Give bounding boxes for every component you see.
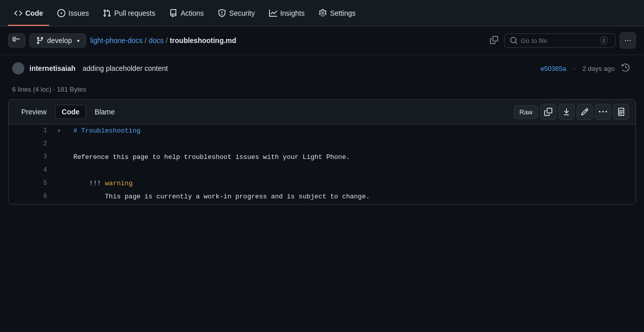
line-num-5[interactable]: 5	[9, 177, 55, 190]
breadcrumb-repo-link[interactable]: light-phone-docs	[90, 36, 143, 45]
file-toolbar: Preview Code Blame Raw Edit this file	[9, 100, 635, 124]
table-row: 2	[9, 138, 635, 151]
actions-icon	[169, 9, 177, 17]
file-meta: 6 lines (4 loc) · 181 Bytes	[0, 81, 644, 99]
copy-path-btn[interactable]	[488, 34, 500, 48]
nav-settings-label: Settings	[330, 9, 356, 17]
nav-security[interactable]: Security	[212, 5, 261, 21]
line-expand-3	[55, 151, 69, 164]
svg-point-0	[16, 64, 20, 68]
security-icon	[218, 9, 226, 17]
nav-pull-requests[interactable]: Pull requests	[97, 5, 161, 21]
line-num-3[interactable]: 3	[9, 151, 55, 164]
line-expand-5	[55, 177, 69, 190]
nav-insights-label: Insights	[280, 9, 305, 17]
line-code-1: # Troubleshooting	[69, 124, 635, 138]
line-code-3: Reference this page to help troubleshoot…	[69, 151, 635, 164]
breadcrumb-bar: develop ▾ light-phone-docs / docs / trou…	[0, 26, 644, 55]
table-row: 1 ▾ # Troubleshooting	[9, 124, 635, 138]
nav-actions[interactable]: Actions	[163, 5, 210, 21]
more-file-actions-btn[interactable]	[595, 104, 611, 120]
pull-request-icon	[103, 9, 111, 17]
line-num-1[interactable]: 1	[9, 124, 55, 138]
tab-preview[interactable]: Preview	[15, 105, 53, 119]
insights-icon	[269, 9, 277, 17]
commit-dot: ·	[574, 64, 576, 72]
code-area: 1 ▾ # Troubleshooting 2 3 Reference this…	[9, 124, 635, 204]
line-expand-2	[55, 138, 69, 151]
nav-pull-requests-label: Pull requests	[114, 9, 155, 17]
commit-hash[interactable]: e50365a	[541, 65, 566, 72]
history-btn[interactable]	[620, 61, 632, 75]
line-code-6: This page is currently a work-in progres…	[69, 190, 635, 203]
breadcrumb-file: troubleshooting.md	[170, 36, 236, 45]
table-row: 3 Reference this page to help troublesho…	[9, 151, 635, 164]
file-size: 181 Bytes	[57, 86, 86, 93]
branch-name: develop	[47, 36, 72, 45]
nav-insights[interactable]: Insights	[263, 5, 311, 21]
nav-security-label: Security	[229, 9, 255, 17]
edit-file-btn[interactable]	[577, 104, 593, 120]
line-expand-6	[55, 190, 69, 203]
sidebar-toggle-btn[interactable]	[8, 33, 25, 48]
tab-blame[interactable]: Blame	[88, 105, 122, 119]
table-row: 4	[9, 164, 635, 177]
nav-settings[interactable]: Settings	[313, 5, 362, 21]
line-code-4	[69, 164, 635, 177]
raw-btn[interactable]: Raw	[514, 105, 538, 119]
search-kbd: t	[600, 36, 608, 45]
line-expand-1[interactable]: ▾	[55, 124, 69, 138]
commit-time: 2 days ago	[582, 65, 615, 72]
table-row: 6 This page is currently a work-in progr…	[9, 190, 635, 203]
file-viewer: Preview Code Blame Raw Edit this file	[8, 99, 636, 204]
line-code-2	[69, 138, 635, 151]
code-table: 1 ▾ # Troubleshooting 2 3 Reference this…	[9, 124, 635, 204]
nav-actions-label: Actions	[180, 9, 204, 17]
line-num-2[interactable]: 2	[9, 138, 55, 151]
line-num-4[interactable]: 4	[9, 164, 55, 177]
toolbar-right: Raw Edit this file	[514, 104, 629, 120]
go-to-file-search[interactable]: t	[504, 33, 616, 48]
nav-code[interactable]: Code	[8, 5, 49, 21]
top-nav: Code Issues Pull requests Actions Securi…	[0, 0, 644, 26]
table-row: 5 !!! warning	[9, 177, 635, 190]
settings-icon	[319, 9, 327, 17]
nav-code-label: Code	[25, 9, 43, 17]
more-options-btn[interactable]: ···	[620, 32, 636, 49]
chevron-down-icon: ▾	[77, 38, 80, 44]
file-info-bar: internetisaiah adding placeholder conten…	[0, 55, 644, 81]
commit-author[interactable]: internetisaiah	[29, 64, 75, 72]
file-lines: 6 lines (4 loc)	[12, 86, 51, 93]
edit-btn-container: Edit this file	[577, 104, 593, 120]
breadcrumb: light-phone-docs / docs / troubleshootin…	[90, 36, 484, 45]
commit-message: adding placeholder content	[83, 64, 168, 72]
search-icon	[510, 36, 518, 45]
line-num-6[interactable]: 6	[9, 190, 55, 203]
nav-issues[interactable]: Issues	[51, 5, 95, 21]
branch-selector[interactable]: develop ▾	[29, 33, 86, 48]
code-icon	[14, 9, 22, 17]
breadcrumb-sep-2: /	[166, 36, 168, 45]
breadcrumb-folder-link[interactable]: docs	[148, 36, 164, 45]
nav-issues-label: Issues	[68, 9, 89, 17]
download-btn[interactable]	[558, 104, 575, 120]
tab-code[interactable]: Code	[55, 105, 86, 119]
issues-icon	[57, 9, 65, 17]
copy-raw-btn[interactable]	[540, 104, 556, 120]
breadcrumb-sep-1: /	[145, 36, 147, 45]
line-expand-4	[55, 164, 69, 177]
go-to-file-input[interactable]	[521, 37, 597, 45]
avatar	[12, 62, 24, 74]
line-code-5: !!! warning	[69, 177, 635, 190]
display-rich-diff-btn[interactable]	[613, 104, 629, 120]
